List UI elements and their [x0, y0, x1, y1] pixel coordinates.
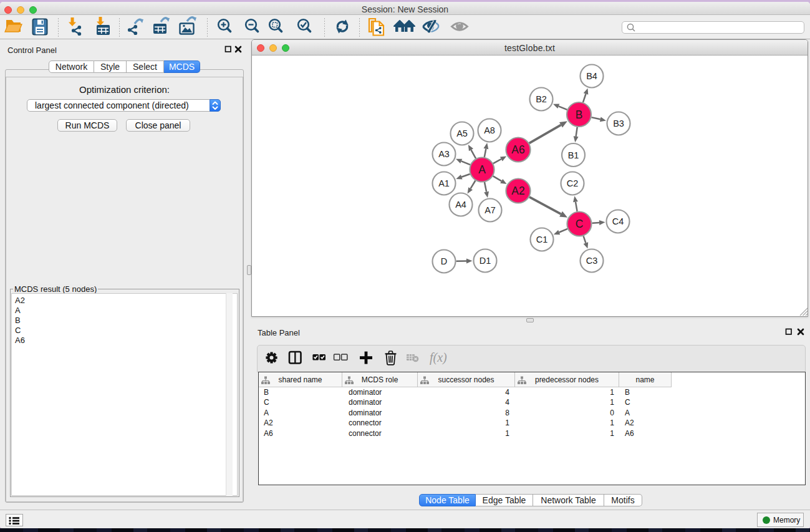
svg-text:C3: C3 [586, 256, 598, 266]
svg-text:A6: A6 [511, 143, 524, 156]
svg-text:f(x): f(x) [430, 351, 447, 365]
svg-text:A5: A5 [456, 128, 468, 138]
svg-text:B1: B1 [568, 150, 579, 160]
svg-text:A4: A4 [455, 200, 466, 210]
svg-text:B3: B3 [613, 118, 624, 128]
svg-text:A8: A8 [484, 125, 495, 135]
svg-text:D1: D1 [480, 256, 491, 266]
svg-text:B: B [576, 109, 583, 121]
svg-text:D: D [441, 256, 447, 266]
svg-text:C: C [576, 218, 584, 230]
svg-text:A3: A3 [438, 149, 450, 159]
svg-text:A1: A1 [438, 178, 450, 188]
svg-text:C2: C2 [567, 178, 579, 188]
svg-text:C1: C1 [536, 235, 548, 244]
svg-text:A7: A7 [485, 205, 496, 215]
svg-text:B2: B2 [536, 94, 547, 104]
svg-text:B4: B4 [586, 71, 597, 81]
svg-text:C4: C4 [612, 216, 624, 226]
svg-text:A: A [478, 163, 486, 176]
svg-text:A2: A2 [511, 185, 524, 197]
